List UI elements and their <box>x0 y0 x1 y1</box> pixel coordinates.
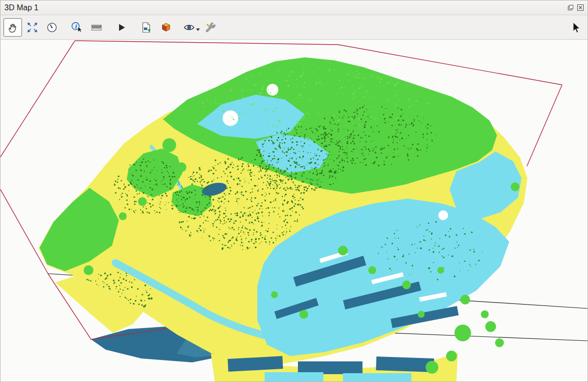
measure-line-button[interactable] <box>87 18 106 37</box>
window-controls <box>567 4 584 11</box>
zoom-full-button[interactable] <box>23 18 42 37</box>
rotate-camera-button[interactable] <box>43 18 61 37</box>
camera-pan-button[interactable] <box>3 18 22 37</box>
window-title: 3D Map 1 <box>4 3 567 12</box>
configure-button[interactable] <box>201 18 220 37</box>
save-image-icon <box>140 21 153 34</box>
identify-button[interactable]: i <box>68 18 86 37</box>
3d-map-window: 3D Map 1 <box>0 0 588 382</box>
zoom-full-icon <box>26 22 38 33</box>
close-button[interactable] <box>577 4 584 11</box>
eye-icon <box>183 21 196 34</box>
animations-button[interactable] <box>112 18 131 37</box>
3d-map-toolbar: i <box>0 15 588 40</box>
point-cloud-scene <box>0 40 588 382</box>
export-scene-button[interactable] <box>157 18 175 37</box>
dropdown-arrow-icon <box>196 28 200 31</box>
dock-icon <box>567 4 574 11</box>
effects-button[interactable] <box>182 18 200 37</box>
title-bar: 3D Map 1 <box>0 0 588 15</box>
close-icon <box>577 4 584 11</box>
3d-scene-viewport[interactable] <box>0 40 588 382</box>
ruler-icon <box>90 21 103 34</box>
wrench-icon <box>204 21 217 34</box>
play-icon <box>116 22 127 33</box>
pan-hand-icon <box>6 21 19 34</box>
compass-icon <box>46 21 58 34</box>
dock-button[interactable] <box>567 4 574 11</box>
3d-cube-icon <box>160 21 172 34</box>
save-image-button[interactable] <box>137 18 156 37</box>
identify-icon: i <box>71 21 83 34</box>
